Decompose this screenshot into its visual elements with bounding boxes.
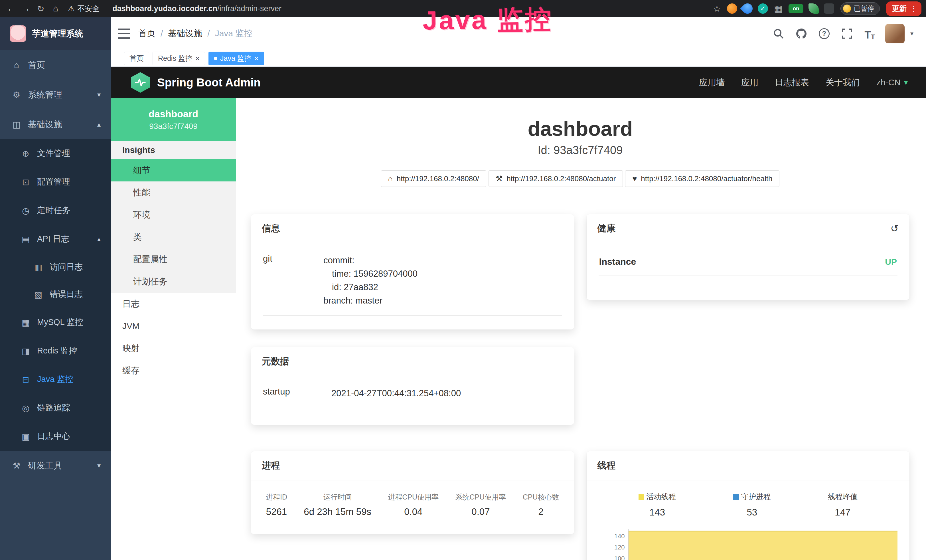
reload-icon[interactable]: ↻ <box>34 2 47 15</box>
log-icon: ▤ <box>21 234 31 244</box>
back-icon[interactable]: ← <box>5 2 18 15</box>
health-url-link[interactable]: ♥ http://192.168.0.2:48080/actuator/heal… <box>625 170 779 187</box>
sba-menu-classes[interactable]: 类 <box>111 226 236 248</box>
annotation-java-monitor: Java 监控 <box>422 2 553 38</box>
threads-card-title: 线程 <box>598 459 616 472</box>
sba-menu-details[interactable]: 细节 <box>111 159 236 182</box>
sba-nav-applications[interactable]: 应用 <box>741 77 758 88</box>
legend-live-threads: 活动线程 143 <box>639 492 676 518</box>
profile-paused-badge[interactable]: 已暂停 <box>840 2 880 15</box>
browser-menu-kebab-icon[interactable]: ⋮ <box>910 4 918 13</box>
active-threads-area <box>629 531 898 560</box>
sidebar-item-system[interactable]: ⚙ 系统管理 ▾ <box>0 80 111 109</box>
trace-icon: ◎ <box>21 403 31 413</box>
sidebar-toggle-icon[interactable] <box>118 29 130 39</box>
info-key: git <box>263 254 324 307</box>
sidebar-item-error-log[interactable]: ▧ 错误日志 <box>0 281 111 308</box>
metric-label: 运行时间 <box>304 492 371 502</box>
sidebar-item-label: 访问日志 <box>50 261 83 273</box>
font-size-icon[interactable]: TT <box>862 26 877 41</box>
search-icon[interactable] <box>771 26 786 41</box>
security-label: 不安全 <box>77 4 100 14</box>
sba-menu-jvm[interactable]: JVM <box>111 315 236 337</box>
app-logo-row[interactable]: 芋道管理系统 <box>0 17 111 50</box>
home-icon: ⌂ <box>388 174 393 183</box>
tab-redis-monitor[interactable]: Redis 监控 × <box>153 51 205 65</box>
extension-icon-drop[interactable] <box>740 2 755 16</box>
sba-menu-caches[interactable]: 缓存 <box>111 359 236 382</box>
sidebar-item-redis-monitor[interactable]: ◨ Redis 监控 <box>0 337 111 365</box>
language-selector[interactable]: zh-CN ▾ <box>876 77 908 87</box>
extension-icon-fox[interactable] <box>727 3 737 14</box>
legend-daemon-threads: 守护进程 53 <box>733 492 771 518</box>
info-card-title: 信息 <box>262 222 280 235</box>
chevron-up-icon: ▴ <box>97 120 101 129</box>
sba-nav-journal[interactable]: 日志报表 <box>775 77 809 88</box>
health-instance-row: Instance UP <box>599 254 898 276</box>
tab-home[interactable]: 首页 <box>124 51 149 65</box>
sidebar-item-label: 基础设施 <box>28 119 62 130</box>
tab-java-monitor[interactable]: Java 监控 × <box>209 51 264 65</box>
legend-value: 147 <box>828 507 858 518</box>
github-icon[interactable] <box>794 26 809 41</box>
forward-icon[interactable]: → <box>20 2 33 15</box>
metadata-card-title: 元数据 <box>262 355 289 368</box>
extension-icon-on-badge[interactable]: on <box>788 4 803 13</box>
sba-nav-about[interactable]: 关于我们 <box>826 77 860 88</box>
extensions-puzzle-icon[interactable] <box>824 3 834 14</box>
url-bar[interactable]: dashboard.yudao.iocoder.cn/infra/admin-s… <box>112 4 281 13</box>
security-chip[interactable]: ⚠ 不安全 <box>68 4 100 14</box>
extension-icon-grid[interactable]: ▦ <box>773 3 784 14</box>
help-icon[interactable]: ? <box>817 26 832 41</box>
sidebar-item-label: MySQL 监控 <box>37 317 83 328</box>
sidebar-item-infra[interactable]: ◫ 基础设施 ▴ <box>0 109 111 139</box>
sba-menu-logs[interactable]: 日志 <box>111 293 236 315</box>
legend-value: 53 <box>733 507 771 518</box>
update-label: 更新 <box>892 4 906 14</box>
sidebar-item-scheduled-jobs[interactable]: ◷ 定时任务 <box>0 196 111 225</box>
sba-menu-metrics[interactable]: 性能 <box>111 182 236 204</box>
sba-menu-mappings[interactable]: 映射 <box>111 337 236 359</box>
sidebar-item-file-management[interactable]: ⊕ 文件管理 <box>0 139 111 168</box>
metadata-key: startup <box>263 387 331 400</box>
extension-icon-leaf[interactable] <box>808 3 819 14</box>
extension-icon-teal[interactable]: ✓ <box>758 3 768 14</box>
history-icon[interactable]: ↺ <box>891 223 899 234</box>
chrome-update-button[interactable]: 更新 ⋮ <box>886 2 921 16</box>
fullscreen-icon[interactable] <box>840 26 855 41</box>
sidebar-item-dev-tools[interactable]: ⚒ 研发工具 ▾ <box>0 451 111 480</box>
sidebar-item-label: Redis 监控 <box>37 345 77 357</box>
legend-label: 活动线程 <box>646 492 676 502</box>
sidebar-item-home[interactable]: ⌂ 首页 <box>0 50 111 80</box>
home-icon: ⌂ <box>11 60 22 70</box>
sba-menu-scheduled-tasks[interactable]: 计划任务 <box>111 271 236 293</box>
metric-label: 系统CPU使用率 <box>455 492 506 502</box>
sidebar-item-java-monitor[interactable]: ⊟ Java 监控 <box>0 365 111 394</box>
sba-nav-wallboard[interactable]: 应用墙 <box>699 77 725 88</box>
sidebar-item-label: Java 监控 <box>37 374 73 385</box>
sidebar-item-api-log[interactable]: ▤ API 日志 ▴ <box>0 225 111 253</box>
sidebar-item-tracing[interactable]: ◎ 链路追踪 <box>0 394 111 422</box>
breadcrumb-infra[interactable]: 基础设施 <box>168 28 202 39</box>
sidebar-item-config-management[interactable]: ⊡ 配置管理 <box>0 168 111 196</box>
actuator-url-link[interactable]: ⚒ http://192.168.0.2:48080/actuator <box>489 170 623 187</box>
chevron-down-icon: ▾ <box>97 91 101 99</box>
sidebar-item-log-center[interactable]: ▣ 日志中心 <box>0 422 111 451</box>
home-icon[interactable]: ⌂ <box>49 2 62 15</box>
spring-boot-admin-logo[interactable] <box>131 72 150 93</box>
user-avatar[interactable] <box>885 24 905 43</box>
gear-icon: ⚙ <box>11 90 22 100</box>
close-icon[interactable]: × <box>195 55 200 62</box>
instance-url-link[interactable]: ⌂ http://192.168.0.2:48080/ <box>381 170 486 187</box>
tools-icon: ⚒ <box>11 461 22 471</box>
sba-menu-environment[interactable]: 环境 <box>111 204 236 226</box>
sba-menu-config-props[interactable]: 配置属性 <box>111 248 236 271</box>
sidebar-item-label: 链路追踪 <box>37 402 70 414</box>
sidebar-item-access-log[interactable]: ▥ 访问日志 <box>0 253 111 281</box>
close-icon[interactable]: × <box>254 55 259 62</box>
bookmark-star-icon[interactable]: ☆ <box>710 2 723 15</box>
instance-header[interactable]: dashboard 93a3fc7f7409 <box>111 98 236 141</box>
avatar-caret-icon[interactable]: ▾ <box>910 30 914 37</box>
breadcrumb-home[interactable]: 首页 <box>138 28 156 39</box>
sidebar-item-mysql-monitor[interactable]: ▦ MySQL 监控 <box>0 308 111 337</box>
